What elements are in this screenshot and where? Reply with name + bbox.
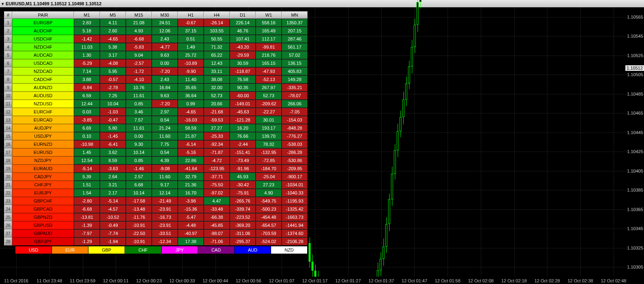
heatmap-cell: 0.00 [126, 132, 152, 140]
heatmap-cell: -524.02 [256, 237, 282, 246]
dropdown-arrow-icon[interactable]: ▾ [2, 1, 4, 6]
heatmap-cell: -184.70 [256, 164, 282, 173]
pair-label[interactable]: GBPUSD [12, 221, 74, 229]
x-axis-label: 12 Oct 01:47 [402, 278, 427, 283]
currency-legend-cad[interactable]: CAD [198, 246, 235, 254]
col-header-m1[interactable]: M1 [74, 11, 100, 19]
pair-label[interactable]: EURCAD [12, 116, 74, 124]
pair-label[interactable]: CADCHF [12, 75, 74, 83]
col-header-mn[interactable]: MN [282, 11, 308, 19]
col-header-h4[interactable]: H4 [204, 11, 230, 19]
pair-label[interactable]: NZDCHF [12, 43, 74, 51]
pair-label[interactable]: EURCHF [12, 108, 74, 116]
heatmap-cell: 2.57 [126, 173, 152, 181]
currency-legend-jpy[interactable]: JPY [162, 246, 198, 254]
heatmap-cell: -33.51 [152, 229, 178, 237]
heatmap-cell: -3.63 [100, 164, 126, 173]
heatmap-cell: 27.23 [256, 181, 282, 189]
col-header-m5[interactable]: M5 [100, 11, 126, 19]
pair-label[interactable]: USDCAD [12, 59, 74, 67]
pair-label[interactable]: AUDCAD [12, 51, 74, 59]
heatmap-cell: 21.08 [126, 19, 152, 27]
pair-label[interactable]: GBPCAD [12, 205, 74, 213]
heatmap-cell: -66.38 [204, 213, 230, 221]
pair-label[interactable]: GBPCHF [12, 197, 74, 205]
heatmap-cell: -25.33 [204, 132, 230, 140]
heatmap-cell: -7.20 [152, 67, 178, 75]
col-header-pair[interactable]: PAIR [12, 11, 74, 19]
pair-label[interactable]: CHFJPY [12, 181, 74, 189]
pair-label[interactable]: NZDJPY [12, 156, 74, 164]
col-header-h1[interactable]: H1 [178, 11, 204, 19]
heatmap-cell: 136.15 [282, 59, 308, 67]
row-index: 10 [4, 92, 12, 100]
x-axis-label: 11 Oct 23:59 [70, 278, 95, 283]
currency-legend-nzd[interactable]: NZD [271, 246, 308, 254]
pair-label[interactable]: EURJPY [12, 189, 74, 197]
heatmap-cell: -60.00 [230, 92, 256, 100]
col-header-d1[interactable]: D1 [230, 11, 256, 19]
x-axis-label: 11 Oct 23:48 [37, 278, 62, 283]
heatmap-cell: 5.95 [100, 67, 126, 75]
heatmap-row: 15USDJPY0.10-1.450.0011.6021.87-25.3376.… [4, 132, 308, 140]
pair-label[interactable]: CADJPY [12, 173, 74, 181]
col-header-w1[interactable]: W1 [256, 11, 282, 19]
pair-label[interactable]: GBPAUD [12, 229, 74, 237]
heatmap-cell: 11.60 [152, 173, 178, 181]
heatmap-cell: -7.97 [74, 229, 100, 237]
pair-label[interactable]: GBPNZD [12, 213, 74, 221]
heatmap-cell: 12.06 [152, 27, 178, 35]
heatmap-cell: -1.03 [100, 108, 126, 116]
heatmap-row: 11NZDUSD12.4410.040.85-7.200.9920.66-149… [4, 100, 308, 108]
heatmap-cell: -265.76 [230, 197, 256, 205]
pair-label[interactable]: GBPJPY [12, 237, 74, 246]
pair-label[interactable]: AUDNZD [12, 83, 74, 92]
heatmap-cell: -5.47 [178, 213, 204, 221]
heatmap-cell: 11.40 [178, 75, 204, 83]
currency-legend-aud[interactable]: AUD [235, 246, 271, 254]
heatmap-row: 1EURGBP2.834.1121.0824.51-0.67-26.14226.… [4, 19, 308, 27]
currency-legend-usd[interactable]: USD [15, 246, 52, 254]
pair-label[interactable]: EURUSD [12, 148, 74, 156]
pair-label[interactable]: USDJPY [12, 132, 74, 140]
currency-legend-eur[interactable]: EUR [52, 246, 88, 254]
heatmap-row: 3USDCHF-1.42-4.65-6.682.430.5150.55107.4… [4, 35, 308, 43]
pair-label[interactable]: USDCHF [12, 35, 74, 43]
pair-label[interactable]: AUDJPY [12, 124, 74, 132]
pair-label[interactable]: NZDUSD [12, 100, 74, 108]
heatmap-cell: -5.14 [100, 197, 126, 205]
pair-label[interactable]: EURNZD [12, 140, 74, 148]
heatmap-cell: 45.93 [230, 173, 256, 181]
x-axis-label: 12 Oct 00:23 [136, 278, 162, 283]
col-header-m30[interactable]: M30 [152, 11, 178, 19]
pair-label[interactable]: EURGBP [12, 19, 74, 27]
row-index: 25 [4, 213, 12, 221]
heatmap-cell: -7.74 [100, 229, 126, 237]
pair-label[interactable]: AUDUSD [12, 92, 74, 100]
heatmap-cell: -59.53 [204, 116, 230, 124]
heatmap-cell: -454.48 [256, 213, 282, 221]
currency-legend-gbp[interactable]: GBP [88, 246, 125, 254]
heatmap-cell: -12.34 [152, 237, 178, 246]
heatmap-cell: -21.49 [152, 197, 178, 205]
chart-area[interactable]: 1.105651.105451.105251.105051.104851.104… [0, 7, 644, 277]
heatmap-cell: -0.47 [100, 116, 126, 124]
heatmap-row: 18NZDJPY12.548.590.854.3922.86-4.72-73.4… [4, 156, 308, 164]
heatmap-cell: 0.00 [152, 59, 178, 67]
currency-legend-chf[interactable]: CHF [125, 246, 162, 254]
heatmap-cell: 46.76 [230, 27, 256, 35]
heatmap-cell: 33.11 [204, 67, 230, 75]
heatmap-cell: -1.46 [126, 164, 152, 173]
pair-label[interactable]: NZDCAD [12, 67, 74, 75]
heatmap-cell: -154.03 [282, 116, 308, 124]
col-header-m15[interactable]: M15 [126, 11, 152, 19]
heatmap-cell: 4.11 [100, 19, 126, 27]
y-axis-label: 1.10525 [627, 53, 643, 58]
pair-label[interactable]: AUDCHF [12, 27, 74, 35]
heatmap-cell: 24.51 [152, 19, 178, 27]
pair-label[interactable]: EURAUD [12, 164, 74, 173]
heatmap-cell: -1195.93 [282, 197, 308, 205]
heatmap-cell: 218.76 [256, 51, 282, 59]
col-header-idx[interactable]: # [4, 11, 12, 19]
heatmap-cell: -10.91 [126, 237, 152, 246]
